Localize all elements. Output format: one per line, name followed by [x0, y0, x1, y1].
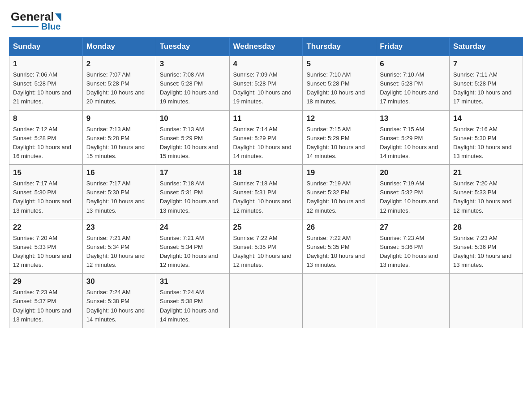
- calendar-cell: 6 Sunrise: 7:10 AMSunset: 5:28 PMDayligh…: [376, 56, 450, 111]
- logo-line-decoration: [12, 26, 39, 27]
- calendar-week-row: 1 Sunrise: 7:06 AMSunset: 5:28 PMDayligh…: [9, 56, 523, 111]
- calendar-cell: 29 Sunrise: 7:23 AMSunset: 5:37 PMDaylig…: [9, 274, 83, 328]
- logo-general-text: General: [11, 11, 54, 22]
- calendar-cell: 12 Sunrise: 7:15 AMSunset: 5:29 PMDaylig…: [303, 110, 376, 165]
- calendar-cell: 4 Sunrise: 7:09 AMSunset: 5:28 PMDayligh…: [229, 56, 303, 111]
- calendar-cell: 13 Sunrise: 7:15 AMSunset: 5:29 PMDaylig…: [376, 110, 450, 165]
- day-number: 18: [233, 168, 299, 177]
- calendar-cell: 15 Sunrise: 7:17 AMSunset: 5:30 PMDaylig…: [9, 165, 83, 219]
- day-info: Sunrise: 7:24 AMSunset: 5:38 PMDaylight:…: [86, 289, 145, 322]
- calendar-cell: 8 Sunrise: 7:12 AMSunset: 5:28 PMDayligh…: [9, 110, 83, 165]
- day-info: Sunrise: 7:06 AMSunset: 5:28 PMDaylight:…: [13, 71, 71, 105]
- calendar-cell: 2 Sunrise: 7:07 AMSunset: 5:28 PMDayligh…: [82, 56, 156, 111]
- calendar-cell: [376, 274, 450, 328]
- day-number: 13: [380, 114, 446, 123]
- day-number: 26: [306, 223, 372, 232]
- calendar-week-row: 15 Sunrise: 7:17 AMSunset: 5:30 PMDaylig…: [9, 165, 523, 219]
- day-number: 20: [380, 168, 446, 177]
- calendar-cell: 22 Sunrise: 7:20 AMSunset: 5:33 PMDaylig…: [9, 219, 83, 274]
- day-number: 14: [453, 114, 519, 123]
- day-number: 31: [160, 277, 226, 286]
- day-info: Sunrise: 7:20 AMSunset: 5:33 PMDaylight:…: [13, 235, 71, 268]
- calendar-header-row: SundayMondayTuesdayWednesdayThursdayFrid…: [9, 38, 523, 56]
- calendar-cell: 14 Sunrise: 7:16 AMSunset: 5:30 PMDaylig…: [450, 110, 523, 165]
- day-number: 21: [453, 168, 519, 177]
- day-info: Sunrise: 7:10 AMSunset: 5:28 PMDaylight:…: [380, 71, 438, 105]
- calendar-cell: 28 Sunrise: 7:23 AMSunset: 5:36 PMDaylig…: [450, 219, 523, 274]
- calendar-cell: 3 Sunrise: 7:08 AMSunset: 5:28 PMDayligh…: [156, 56, 229, 111]
- day-number: 12: [306, 114, 372, 123]
- logo: General Blue: [11, 11, 61, 32]
- calendar-cell: 19 Sunrise: 7:19 AMSunset: 5:32 PMDaylig…: [303, 165, 376, 219]
- calendar-cell: 7 Sunrise: 7:11 AMSunset: 5:28 PMDayligh…: [450, 56, 523, 111]
- calendar-week-row: 29 Sunrise: 7:23 AMSunset: 5:37 PMDaylig…: [9, 274, 523, 328]
- calendar-cell: 30 Sunrise: 7:24 AMSunset: 5:38 PMDaylig…: [82, 274, 156, 328]
- day-info: Sunrise: 7:13 AMSunset: 5:29 PMDaylight:…: [160, 126, 218, 159]
- day-number: 29: [13, 277, 79, 286]
- day-number: 10: [160, 114, 226, 123]
- day-info: Sunrise: 7:22 AMSunset: 5:35 PMDaylight:…: [233, 235, 292, 268]
- day-info: Sunrise: 7:14 AMSunset: 5:29 PMDaylight:…: [233, 126, 292, 159]
- day-header-monday: Monday: [82, 38, 156, 56]
- calendar-cell: 5 Sunrise: 7:10 AMSunset: 5:28 PMDayligh…: [303, 56, 376, 111]
- day-info: Sunrise: 7:10 AMSunset: 5:28 PMDaylight:…: [306, 71, 365, 105]
- calendar-cell: 20 Sunrise: 7:19 AMSunset: 5:32 PMDaylig…: [376, 165, 450, 219]
- day-info: Sunrise: 7:24 AMSunset: 5:38 PMDaylight:…: [160, 289, 218, 322]
- day-number: 2: [86, 60, 152, 68]
- day-info: Sunrise: 7:23 AMSunset: 5:36 PMDaylight:…: [380, 235, 438, 268]
- day-info: Sunrise: 7:16 AMSunset: 5:30 PMDaylight:…: [453, 126, 511, 159]
- day-number: 22: [13, 223, 79, 232]
- calendar-cell: 24 Sunrise: 7:21 AMSunset: 5:34 PMDaylig…: [156, 219, 229, 274]
- calendar-cell: [303, 274, 376, 328]
- day-header-sunday: Sunday: [9, 38, 83, 56]
- calendar-cell: 9 Sunrise: 7:13 AMSunset: 5:28 PMDayligh…: [82, 110, 156, 165]
- calendar-cell: 26 Sunrise: 7:22 AMSunset: 5:35 PMDaylig…: [303, 219, 376, 274]
- day-info: Sunrise: 7:07 AMSunset: 5:28 PMDaylight:…: [86, 71, 145, 105]
- day-info: Sunrise: 7:12 AMSunset: 5:28 PMDaylight:…: [13, 126, 71, 159]
- calendar-cell: 25 Sunrise: 7:22 AMSunset: 5:35 PMDaylig…: [229, 219, 303, 274]
- day-info: Sunrise: 7:23 AMSunset: 5:36 PMDaylight:…: [453, 235, 511, 268]
- day-info: Sunrise: 7:21 AMSunset: 5:34 PMDaylight:…: [86, 235, 145, 268]
- day-number: 24: [160, 223, 226, 232]
- day-header-tuesday: Tuesday: [156, 38, 229, 56]
- logo-blue-text: Blue: [41, 21, 60, 32]
- day-info: Sunrise: 7:23 AMSunset: 5:37 PMDaylight:…: [13, 289, 71, 322]
- day-info: Sunrise: 7:18 AMSunset: 5:31 PMDaylight:…: [233, 180, 292, 214]
- day-info: Sunrise: 7:19 AMSunset: 5:32 PMDaylight:…: [306, 180, 365, 214]
- day-info: Sunrise: 7:17 AMSunset: 5:30 PMDaylight:…: [13, 180, 71, 214]
- day-number: 9: [86, 114, 152, 123]
- day-number: 16: [86, 168, 152, 177]
- day-number: 30: [86, 277, 152, 286]
- calendar-cell: 17 Sunrise: 7:18 AMSunset: 5:31 PMDaylig…: [156, 165, 229, 219]
- calendar-cell: 1 Sunrise: 7:06 AMSunset: 5:28 PMDayligh…: [9, 56, 83, 111]
- day-header-wednesday: Wednesday: [229, 38, 303, 56]
- day-number: 8: [13, 114, 79, 123]
- calendar-cell: 27 Sunrise: 7:23 AMSunset: 5:36 PMDaylig…: [376, 219, 450, 274]
- calendar-cell: 16 Sunrise: 7:17 AMSunset: 5:30 PMDaylig…: [82, 165, 156, 219]
- calendar-cell: 31 Sunrise: 7:24 AMSunset: 5:38 PMDaylig…: [156, 274, 229, 328]
- calendar-cell: 11 Sunrise: 7:14 AMSunset: 5:29 PMDaylig…: [229, 110, 303, 165]
- day-header-friday: Friday: [376, 38, 450, 56]
- logo-arrow-icon: [55, 13, 61, 21]
- day-info: Sunrise: 7:09 AMSunset: 5:28 PMDaylight:…: [233, 71, 292, 105]
- calendar-wrapper: SundayMondayTuesdayWednesdayThursdayFrid…: [0, 37, 532, 337]
- day-number: 3: [160, 60, 226, 68]
- day-info: Sunrise: 7:15 AMSunset: 5:29 PMDaylight:…: [306, 126, 365, 159]
- day-info: Sunrise: 7:08 AMSunset: 5:28 PMDaylight:…: [160, 71, 218, 105]
- calendar-body: 1 Sunrise: 7:06 AMSunset: 5:28 PMDayligh…: [9, 56, 523, 328]
- day-info: Sunrise: 7:22 AMSunset: 5:35 PMDaylight:…: [306, 235, 365, 268]
- calendar-cell: 21 Sunrise: 7:20 AMSunset: 5:33 PMDaylig…: [450, 165, 523, 219]
- day-number: 25: [233, 223, 299, 232]
- day-number: 5: [306, 60, 372, 68]
- day-info: Sunrise: 7:17 AMSunset: 5:30 PMDaylight:…: [86, 180, 145, 214]
- day-header-thursday: Thursday: [303, 38, 376, 56]
- day-number: 17: [160, 168, 226, 177]
- day-header-saturday: Saturday: [450, 38, 523, 56]
- calendar-cell: 18 Sunrise: 7:18 AMSunset: 5:31 PMDaylig…: [229, 165, 303, 219]
- calendar-cell: 10 Sunrise: 7:13 AMSunset: 5:29 PMDaylig…: [156, 110, 229, 165]
- day-number: 11: [233, 114, 299, 123]
- calendar-cell: 23 Sunrise: 7:21 AMSunset: 5:34 PMDaylig…: [82, 219, 156, 274]
- day-number: 1: [13, 60, 79, 68]
- day-info: Sunrise: 7:20 AMSunset: 5:33 PMDaylight:…: [453, 180, 511, 214]
- day-number: 19: [306, 168, 372, 177]
